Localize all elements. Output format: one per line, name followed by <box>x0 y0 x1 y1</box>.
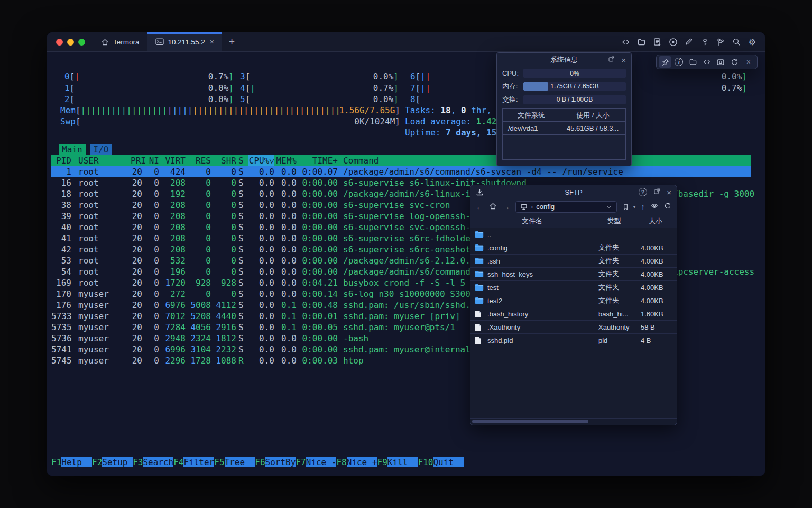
column-user[interactable]: USER <box>76 155 131 166</box>
htop-tab-io[interactable]: I/O <box>90 144 112 155</box>
column-virt[interactable]: VIRT <box>159 155 186 166</box>
sftp-file-row[interactable]: ssh_host_keys 文件夹 4.00KB <box>470 268 677 281</box>
sftp-file-row[interactable]: .bash_history bash_hi... 1.60KB <box>470 307 677 321</box>
refresh-button[interactable] <box>728 56 741 68</box>
download-icon[interactable] <box>476 185 484 199</box>
back-icon[interactable]: ← <box>476 202 484 211</box>
file-type-icon <box>475 337 484 344</box>
tab-termora-home[interactable]: Termora <box>93 32 147 51</box>
home-icon <box>100 37 109 47</box>
parent-directory-icon[interactable]: ↑ <box>641 202 645 211</box>
tab-session[interactable]: 10.211.55.2 × <box>147 32 223 51</box>
column-pri[interactable]: PRI <box>131 155 142 166</box>
close-tab-icon[interactable]: × <box>210 38 214 46</box>
settings-gear-icon[interactable]: ⚙ <box>748 37 757 47</box>
forward-icon[interactable]: → <box>502 202 510 211</box>
code-icon[interactable] <box>621 37 630 47</box>
htop-tab-main[interactable]: Main <box>59 144 86 155</box>
function-key[interactable]: F7Nice - <box>296 457 336 468</box>
file-size: 1.60KB <box>634 307 677 320</box>
close-icon[interactable]: × <box>667 188 671 197</box>
show-hidden-eye-icon[interactable] <box>650 202 659 211</box>
close-window-button[interactable] <box>56 39 63 46</box>
help-icon[interactable]: ? <box>639 188 647 196</box>
log-notes-icon[interactable] <box>652 37 662 47</box>
function-key[interactable]: F10Quit <box>418 457 464 468</box>
record-icon[interactable] <box>668 37 678 47</box>
sftp-file-row[interactable]: .Xauthority Xauthority 58 B <box>470 321 677 334</box>
maximize-window-button[interactable] <box>78 39 85 46</box>
column-type[interactable]: 类型 <box>594 214 634 228</box>
close-toolbar-button[interactable]: × <box>742 56 755 68</box>
open-in-window-icon[interactable] <box>653 188 660 196</box>
new-tab-button[interactable]: + <box>222 32 242 51</box>
sftp-file-row[interactable]: test2 文件夹 4.00KB <box>470 294 677 307</box>
edit-icon[interactable] <box>684 37 694 47</box>
sftp-file-row[interactable]: .config 文件夹 4.00KB <box>470 241 677 255</box>
function-key[interactable]: F3Search <box>133 457 173 468</box>
open-in-window-icon[interactable] <box>608 56 615 64</box>
column-cpu-sort[interactable]: CPU%▽ <box>248 155 274 166</box>
function-key[interactable]: F4Filter <box>173 457 214 468</box>
column-shr[interactable]: SHR <box>211 155 236 166</box>
column-ni[interactable]: NI <box>142 155 159 166</box>
file-type: pid <box>594 334 634 347</box>
column-mem[interactable]: MEM% <box>274 155 297 166</box>
display-eye-button[interactable] <box>714 56 727 68</box>
scrollbar-thumb[interactable] <box>472 420 588 423</box>
sftp-file-list: .. .config 文件夹 4.00KB <box>470 228 677 347</box>
file-type: 文件夹 <box>594 281 634 294</box>
filesystem-row[interactable]: /dev/vda1 45.61GB / 58.3... <box>503 122 625 135</box>
folder-button[interactable] <box>687 56 699 68</box>
sftp-file-row[interactable]: .. <box>470 228 677 241</box>
sftp-header: SFTP ? × <box>470 185 677 199</box>
bookmark-icon <box>622 203 629 211</box>
bookmark-control[interactable]: ▾ <box>622 203 635 211</box>
info-button[interactable]: i <box>672 56 685 68</box>
file-type-icon <box>475 270 484 278</box>
gauge-label: CPU: <box>502 69 523 77</box>
session-tab-label: 10.211.55.2 <box>168 38 205 46</box>
search-icon[interactable] <box>732 37 741 47</box>
file-size: 4.00KB <box>634 241 677 254</box>
function-key[interactable]: F6SortBy <box>255 457 296 468</box>
sftp-file-row[interactable]: sshd.pid pid 4 B <box>470 334 677 347</box>
gauge-value: 1.75GB / 7.65GB <box>523 82 626 91</box>
path-breadcrumb[interactable]: › config <box>515 201 617 213</box>
function-key[interactable]: F1Help <box>51 457 92 468</box>
file-name: ssh_host_keys <box>487 270 533 278</box>
device-icon <box>520 203 528 211</box>
sftp-file-row[interactable]: .ssh 文件夹 4.00KB <box>470 255 677 268</box>
sftp-empty-area <box>470 347 677 418</box>
resource-meter: 4[|0.7%] <box>240 83 399 94</box>
system-info-gauges: CPU: 0% 内存: 1.75GB / 7.65GB 交换: <box>497 67 631 104</box>
minimize-window-button[interactable] <box>67 39 74 46</box>
column-size[interactable]: 大小 <box>634 214 677 228</box>
filesystem-table-header: 文件系统 使用 / 大小 <box>503 109 625 122</box>
column-pid[interactable]: PID <box>51 155 76 166</box>
code-button[interactable] <box>700 56 713 68</box>
sftp-file-row[interactable]: test 文件夹 4.00KB <box>470 281 677 294</box>
close-icon[interactable]: × <box>621 56 626 65</box>
refresh-icon[interactable] <box>664 202 671 211</box>
column-filename[interactable]: 文件名 <box>470 214 594 228</box>
file-type <box>594 228 634 241</box>
process-table-header[interactable]: PID USER PRI NI VIRT RES SHR S CPU%▽ MEM… <box>51 155 751 166</box>
file-name: .. <box>487 231 491 239</box>
column-res[interactable]: RES <box>186 155 211 166</box>
process-row[interactable]: 1 root 20 0 424 0 0 S 0.0 0.0 0:00.07 /p… <box>51 166 751 177</box>
function-key[interactable]: F2Setup <box>92 457 133 468</box>
function-key[interactable]: F9Kill <box>377 457 418 468</box>
app-window: Termora 10.211.55.2 × + <box>47 32 765 476</box>
keychain-icon[interactable] <box>716 37 725 47</box>
key-icon[interactable] <box>700 37 709 47</box>
column-time[interactable]: TIME+ <box>297 155 338 166</box>
command-tail: ipcserver-access <box>673 266 754 277</box>
column-state[interactable]: S <box>236 155 248 166</box>
folder-icon[interactable] <box>636 37 646 47</box>
home-icon[interactable] <box>489 202 497 212</box>
pin-button[interactable] <box>659 56 671 68</box>
gauge-value: 0 B / 1.00GB <box>523 95 626 104</box>
function-key[interactable]: F8Nice + <box>336 457 377 468</box>
function-key[interactable]: F5Tree <box>214 457 255 468</box>
